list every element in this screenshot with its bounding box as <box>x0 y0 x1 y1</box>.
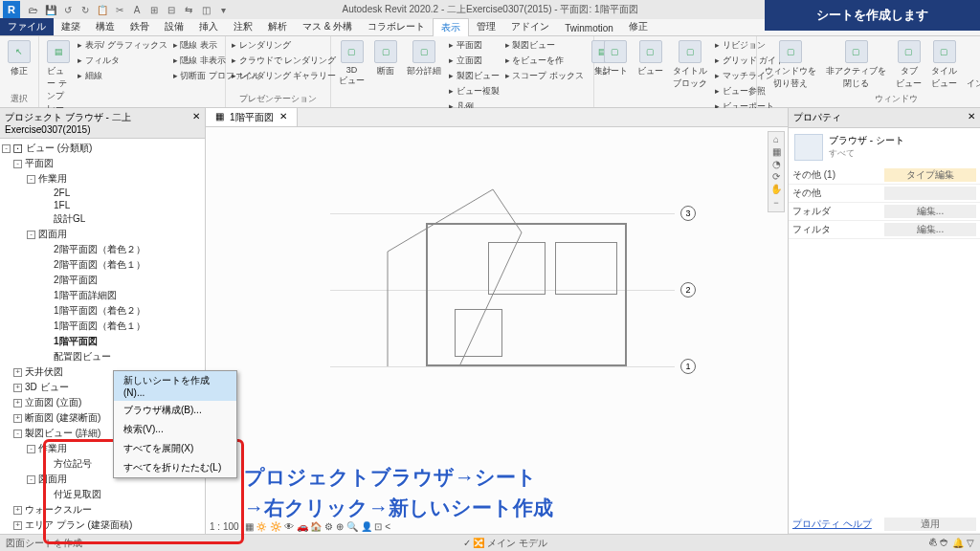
ribbon-item[interactable]: ▸ レンダリング ギャラリー <box>230 69 338 83</box>
app-logo-icon: R <box>3 1 20 18</box>
tree-item[interactable]: 1階平面図（着色２） <box>0 303 205 319</box>
close-icon[interactable]: ✕ <box>279 111 287 123</box>
tree-item[interactable]: 配置図ビュー <box>0 349 205 364</box>
modify-button[interactable]: ↖修正 <box>4 38 34 79</box>
ribbon-item[interactable]: ▸ レンダリング <box>230 38 338 53</box>
status-right[interactable]: 🖏 ⛑ 🔔 ▽ <box>928 538 974 548</box>
tree-item[interactable]: 1FL <box>0 199 205 211</box>
tree-item[interactable]: -図面用 <box>0 227 205 242</box>
type-edit-row[interactable]: その他 (1)タイプ編集 <box>789 166 980 185</box>
ribbon-button[interactable]: ▢部分詳細 <box>403 38 445 79</box>
qat-button[interactable]: A <box>130 3 144 16</box>
qat-button[interactable]: 📋 <box>96 3 109 16</box>
ribbon-button[interactable]: ▢シート <box>598 38 632 79</box>
qat-button[interactable]: 🗁 <box>27 3 40 16</box>
nav-button[interactable]: ⌂ <box>770 134 782 144</box>
ribbon-tab[interactable]: 建築 <box>54 18 88 35</box>
tree-item[interactable]: -平面図 <box>0 156 205 171</box>
property-row[interactable]: フォルダ編集... <box>789 203 980 221</box>
ribbon-tab[interactable]: コラボレート <box>360 18 433 35</box>
apply-button[interactable]: 適用 <box>884 518 976 531</box>
close-icon[interactable]: ✕ <box>968 111 975 124</box>
ribbon-tab[interactable]: マス & 外構 <box>295 18 360 35</box>
tree-item[interactable]: +ウォークスルー <box>0 502 205 518</box>
ribbon-button[interactable]: ▢タブ ビュー <box>892 38 925 92</box>
tree-item[interactable]: 1階平面図 <box>0 334 205 349</box>
property-help-link[interactable]: プロパティ ヘルプ <box>792 518 884 531</box>
tree-item[interactable]: 1階平面詳細図 <box>0 288 205 303</box>
tab-floorplan[interactable]: ▦ 1階平面図 ✕ <box>206 108 298 126</box>
ribbon-tab[interactable]: アドイン <box>503 18 557 35</box>
ribbon-tab[interactable]: 構造 <box>88 18 122 35</box>
qat-button[interactable]: ↻ <box>78 3 92 16</box>
ribbon-group-presentation: ▸ レンダリング▸ クラウドで レンダリング▸ レンダリング ギャラリー プレゼ… <box>226 36 331 107</box>
context-menu-item[interactable]: すべてを展開(X) <box>114 439 236 458</box>
tree-item[interactable]: 設計GL <box>0 211 205 227</box>
quick-access-toolbar: 🗁💾↺↻📋✂A⊞⊟⇆◫▾ <box>23 3 234 16</box>
qat-button[interactable]: ⇆ <box>182 3 195 16</box>
qat-button[interactable]: ✂ <box>113 3 126 16</box>
tutorial-banner: シートを作成します <box>765 0 980 31</box>
tree-item[interactable]: 付近見取図 <box>0 487 205 502</box>
ribbon-button[interactable]: ▢ユーザ インタフェース <box>963 38 980 92</box>
tree-item[interactable]: 1階平面図（着色１） <box>0 319 205 334</box>
ribbon-tab[interactable]: 注釈 <box>226 18 260 35</box>
properties-header: プロパティ✕ <box>789 108 980 128</box>
context-menu-item[interactable]: ブラウザ構成(B)... <box>114 401 236 420</box>
tree-item[interactable]: 2階平面図（着色１） <box>0 257 205 273</box>
properties-identity[interactable]: ブラウザ - シートすべて <box>789 128 980 166</box>
nav-button[interactable]: ✋ <box>770 184 782 194</box>
ribbon-item[interactable]: ▸ クラウドで レンダリング <box>230 54 338 68</box>
qat-button[interactable]: ↺ <box>61 3 75 16</box>
window-title: Autodesk Revit 2020.2 - 二上Exercise0307(2… <box>342 3 637 16</box>
nav-button[interactable]: － <box>770 196 782 209</box>
qat-button[interactable]: ◫ <box>199 3 212 16</box>
nav-button[interactable]: ⟳ <box>770 171 782 182</box>
ribbon-group-create: ▢3D ビュー▢断面▢部分詳細▸ 平面図▸ 立面図▸ 製図ビュー▸ ビュー複製▸… <box>331 36 594 107</box>
qat-button[interactable]: 💾 <box>44 3 57 16</box>
nav-button[interactable]: ▦ <box>770 146 782 157</box>
ribbon-button[interactable]: ▢非アクティブを 閉じる <box>822 38 890 92</box>
tree-item[interactable]: +📊集計表/数量 (すべて) <box>0 533 205 534</box>
ribbon-tab[interactable]: 設備 <box>157 18 191 35</box>
ribbon-item[interactable]: ▸ 細線 <box>76 69 169 83</box>
ribbon-tab[interactable]: Twinmotion <box>557 21 621 35</box>
tree-item[interactable]: 2階平面図 <box>0 273 205 288</box>
property-row[interactable]: その他 <box>789 185 980 203</box>
qat-button[interactable]: ⊞ <box>147 3 161 16</box>
ribbon-tab[interactable]: 管理 <box>469 18 503 35</box>
ribbon-tab[interactable]: 修正 <box>621 18 656 35</box>
status-model[interactable]: ✓ 🔀 メイン モデル <box>463 537 547 550</box>
ribbon-button[interactable]: ▢ウィンドウを 切り替え <box>761 38 820 92</box>
qat-button[interactable]: ▾ <box>216 3 230 16</box>
close-icon[interactable]: ✕ <box>192 111 200 135</box>
tree-item[interactable]: 2階平面図（着色２） <box>0 242 205 257</box>
ribbon-button[interactable]: ▢タイトル ブロック <box>669 38 711 92</box>
ribbon-button[interactable]: ▢タイル ビュー <box>927 38 961 92</box>
context-menu-item[interactable]: 検索(V)... <box>114 420 236 439</box>
ribbon-tab[interactable]: ファイル <box>0 18 54 35</box>
ribbon: ↖修正 選択 ▤ビュー テンプレート ▸ 表示/ グラフィックス▸ フィルタ▸ … <box>0 36 980 108</box>
ribbon-button[interactable]: ▢断面 <box>370 38 401 79</box>
ribbon-item[interactable]: ▸ フィルタ <box>76 54 169 68</box>
view-nav-bar: ⌂▦◔⟳✋－ <box>768 131 785 212</box>
tree-item[interactable]: -🞔ビュー (分類順) <box>0 141 205 156</box>
tree-item[interactable]: -作業用 <box>0 171 205 187</box>
context-menu-item[interactable]: 新しいシートを作成(N)... <box>114 371 236 401</box>
view-control-bar[interactable]: 1 : 100▦ 🔅 🔆 👁 🚗 🏠 ⚙ ⊕ 🔍 👤 ⊡ < <box>210 521 390 532</box>
tree-item[interactable]: 2FL <box>0 187 205 199</box>
qat-button[interactable]: ⊟ <box>165 3 178 16</box>
ribbon-group-window: ▢ウィンドウを 切り替え▢非アクティブを 閉じる▢タブ ビュー▢タイル ビュー▢… <box>757 36 980 107</box>
ribbon-tab[interactable]: 解析 <box>260 18 295 35</box>
property-row[interactable]: フィルタ編集... <box>789 221 980 239</box>
tree-item[interactable]: +エリア プラン (建築面積) <box>0 518 205 533</box>
ribbon-group-select: ↖修正 選択 <box>0 36 39 107</box>
ribbon-button[interactable]: ▢3D ビュー <box>335 38 368 89</box>
nav-button[interactable]: ◔ <box>770 159 782 169</box>
context-menu-item[interactable]: すべてを折りたたむ(L) <box>114 458 236 477</box>
ribbon-button[interactable]: ▢ビュー <box>634 38 667 79</box>
ribbon-tab[interactable]: 鉄骨 <box>122 18 157 35</box>
ribbon-item[interactable]: ▸ 表示/ グラフィックス <box>76 38 169 53</box>
ribbon-tab[interactable]: 表示 <box>433 18 469 36</box>
ribbon-tab[interactable]: 挿入 <box>191 18 226 35</box>
